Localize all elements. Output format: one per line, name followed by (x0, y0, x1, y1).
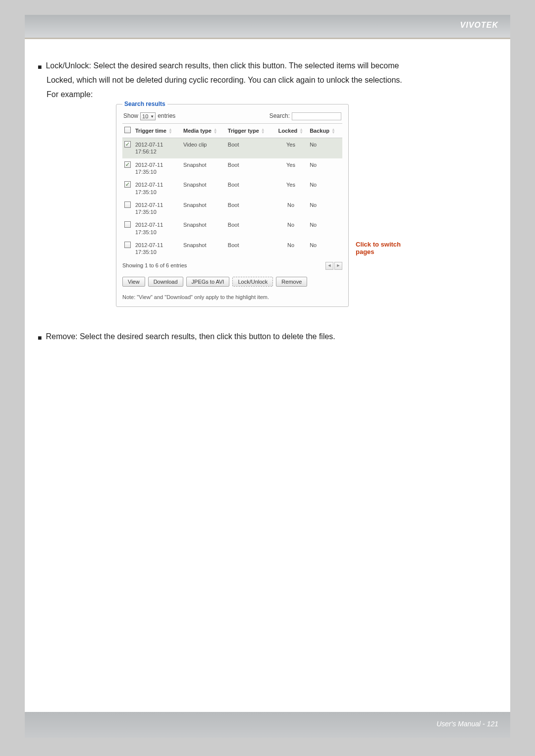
showing-text: Showing 1 to 6 of 6 entries (122, 262, 187, 269)
lock-text-line1: Lock/Unlock: Select the desired search r… (46, 61, 399, 71)
cell-locked: Yes (274, 178, 308, 199)
lock-text-line2: Locked, which will not be deleted during… (38, 75, 497, 86)
table-row[interactable]: 2012-07-1117:35:10SnapshotBootNoNo (122, 218, 342, 239)
cell-media-type: Snapshot (181, 178, 226, 199)
cell-trigger-type: Boot (226, 239, 274, 259)
cell-media-type: Snapshot (181, 239, 226, 259)
brand-text: VIVOTEK (460, 21, 498, 30)
bullet-icon: ■ (38, 332, 42, 342)
footer-text: User's Manual - 121 (436, 720, 498, 728)
cell-locked: No (274, 199, 308, 219)
table-row[interactable]: 2012-07-1117:35:10SnapshotBootNoNo (122, 239, 342, 259)
cell-trigger-time: 2012-07-1117:35:10 (133, 178, 181, 199)
cell-trigger-time: 2012-07-1117:56:12 (133, 138, 181, 158)
callout-text: Click to switch pages (356, 241, 410, 256)
lock-unlock-button[interactable]: Lock/Unlock (232, 277, 273, 287)
cell-backup: No (308, 138, 342, 158)
cell-locked: Yes (274, 158, 308, 179)
jpegs-button[interactable]: JPEGs to AVI (186, 277, 230, 287)
cell-trigger-time: 2012-07-1117:35:10 (133, 218, 181, 239)
table-row[interactable]: 2012-07-1117:56:12Video clipBootYesNo (122, 138, 342, 158)
table-row[interactable]: 2012-07-1117:35:10SnapshotBootYesNo (122, 158, 342, 179)
row-checkbox[interactable] (124, 221, 131, 228)
cell-media-type: Video clip (181, 138, 226, 158)
cell-trigger-type: Boot (226, 199, 274, 219)
select-all-checkbox[interactable] (124, 127, 131, 133)
table-row[interactable]: 2012-07-1117:35:10SnapshotBootYesNo (122, 178, 342, 199)
cell-backup: No (308, 218, 342, 239)
remove-text: Remove: Select the desired search result… (46, 332, 335, 342)
footnote: Note: "View" and "Download" only apply t… (122, 294, 342, 301)
lock-text-line3: For example: (38, 90, 497, 100)
cell-backup: No (308, 178, 342, 199)
row-checkbox[interactable] (124, 202, 131, 208)
cell-trigger-type: Boot (226, 138, 274, 158)
cell-trigger-time: 2012-07-1117:35:10 (133, 199, 181, 219)
cell-locked: No (274, 218, 308, 239)
col-media-type[interactable]: Media type (181, 123, 226, 138)
bullet-icon: ■ (38, 61, 42, 71)
search-results-panel: Search results Show 10 entries Search: (116, 104, 349, 307)
entries-select[interactable]: 10 (140, 112, 156, 120)
remove-button[interactable]: Remove (276, 277, 307, 287)
cell-backup: No (308, 158, 342, 179)
row-checkbox[interactable] (124, 242, 131, 248)
cell-trigger-type: Boot (226, 158, 274, 179)
cell-trigger-time: 2012-07-1117:35:10 (133, 158, 181, 179)
view-button[interactable]: View (122, 277, 145, 287)
cell-media-type: Snapshot (181, 158, 226, 179)
page-footer: User's Manual - 121 (25, 712, 510, 738)
cell-trigger-time: 2012-07-1117:35:10 (133, 239, 181, 259)
cell-trigger-type: Boot (226, 178, 274, 199)
col-locked[interactable]: Locked (274, 123, 308, 138)
cell-locked: No (274, 239, 308, 259)
lock-unlock-paragraph: ■ Lock/Unlock: Select the desired search… (38, 61, 497, 71)
row-checkbox[interactable] (124, 141, 131, 148)
entries-label: entries (158, 112, 175, 120)
download-button[interactable]: Download (148, 277, 183, 287)
search-input[interactable] (292, 112, 341, 120)
panel-title: Search results (122, 101, 167, 108)
cell-media-type: Snapshot (181, 218, 226, 239)
pager-prev-icon[interactable]: ◄ (325, 262, 333, 270)
cell-trigger-type: Boot (226, 218, 274, 239)
row-checkbox[interactable] (124, 161, 131, 168)
cell-locked: Yes (274, 138, 308, 158)
pager-next-icon[interactable]: ► (334, 262, 342, 270)
col-trigger-type[interactable]: Trigger type (226, 123, 274, 138)
pager: ◄ ► (325, 262, 342, 270)
results-table: Trigger time Media type Trigger type Loc… (122, 123, 342, 259)
cell-media-type: Snapshot (181, 199, 226, 219)
show-label: Show (123, 112, 138, 120)
remove-paragraph: ■ Remove: Select the desired search resu… (38, 332, 497, 342)
page-header: VIVOTEK (25, 15, 510, 38)
search-label: Search: (269, 112, 290, 120)
row-checkbox[interactable] (124, 181, 131, 188)
col-trigger-time[interactable]: Trigger time (133, 123, 181, 138)
col-backup[interactable]: Backup (308, 123, 342, 138)
cell-backup: No (308, 199, 342, 219)
table-row[interactable]: 2012-07-1117:35:10SnapshotBootNoNo (122, 199, 342, 219)
cell-backup: No (308, 239, 342, 259)
